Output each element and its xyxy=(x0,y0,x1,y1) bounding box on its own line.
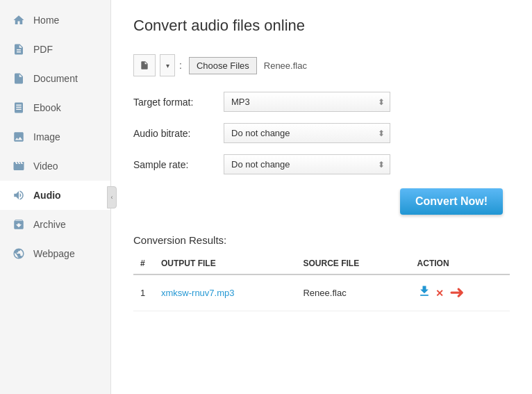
ebook-icon xyxy=(11,100,26,115)
sidebar-label-home: Home xyxy=(33,15,59,26)
output-file-link[interactable]: xmksw-rnuv7.mp3 xyxy=(161,288,234,298)
file-colon: : xyxy=(179,60,182,71)
file-name-display: Renee.flac xyxy=(264,60,307,71)
pdf-icon xyxy=(11,42,26,57)
column-output-file: OUTPUT FILE xyxy=(154,253,296,274)
column-action: ACTION xyxy=(410,253,510,274)
row-action: ✕ ➜ xyxy=(410,274,510,311)
table-header-row: # OUTPUT FILE SOURCE FILE ACTION xyxy=(133,253,510,274)
sidebar-item-webpage[interactable]: Webpage xyxy=(0,239,110,268)
target-format-select-wrapper: MP3 AAC WAV OGG FLAC M4A WMA xyxy=(224,92,390,112)
audio-bitrate-row: Audio bitrate: Do not change 32k 64k 128… xyxy=(133,123,510,143)
sidebar-label-audio: Audio xyxy=(33,190,61,201)
file-dropdown-button[interactable]: ▾ xyxy=(160,54,175,76)
sidebar-label-image: Image xyxy=(33,131,60,142)
red-arrow-indicator: ➜ xyxy=(449,282,465,304)
target-format-select[interactable]: MP3 AAC WAV OGG FLAC M4A WMA xyxy=(224,92,390,112)
audio-icon xyxy=(11,188,26,203)
target-format-row: Target format: MP3 AAC WAV OGG FLAC M4A … xyxy=(133,92,510,112)
document-icon xyxy=(11,71,26,86)
sample-rate-select[interactable]: Do not change 8000 Hz 11025 Hz 22050 Hz … xyxy=(224,154,390,174)
dropdown-arrow-icon: ▾ xyxy=(166,62,169,69)
sidebar-item-video[interactable]: Video xyxy=(0,151,110,181)
row-source-file: Renee.flac xyxy=(296,274,410,311)
webpage-icon xyxy=(11,246,26,261)
sidebar-item-archive[interactable]: Archive xyxy=(0,210,110,239)
collapse-icon: ‹ xyxy=(111,194,113,201)
page-title: Convert audio files online xyxy=(133,17,510,35)
video-icon xyxy=(11,158,26,174)
sidebar: Home PDF Document Ebook Image xyxy=(0,0,111,394)
sidebar-item-home[interactable]: Home xyxy=(0,6,110,35)
audio-bitrate-select-wrapper: Do not change 32k 64k 128k 192k 256k 320… xyxy=(224,123,390,143)
audio-bitrate-label: Audio bitrate: xyxy=(133,128,224,139)
sidebar-label-ebook: Ebook xyxy=(33,102,61,113)
download-icon[interactable] xyxy=(417,284,431,302)
row-output-file: xmksw-rnuv7.mp3 xyxy=(154,274,296,311)
archive-icon xyxy=(11,217,26,232)
sidebar-label-archive: Archive xyxy=(33,219,66,230)
results-table: # OUTPUT FILE SOURCE FILE ACTION 1 xmksw… xyxy=(133,253,510,311)
sidebar-item-image[interactable]: Image xyxy=(0,122,110,151)
file-icon-button[interactable] xyxy=(133,54,156,76)
delete-icon[interactable]: ✕ xyxy=(435,288,444,299)
sidebar-item-document[interactable]: Document xyxy=(0,64,110,93)
sidebar-label-video: Video xyxy=(33,161,58,172)
results-title: Conversion Results: xyxy=(133,234,510,246)
sidebar-label-pdf: PDF xyxy=(33,44,53,55)
image-icon xyxy=(11,129,26,145)
sidebar-item-audio[interactable]: Audio xyxy=(0,181,110,210)
table-row: 1 xmksw-rnuv7.mp3 Renee.flac ✕ ➜ xyxy=(133,274,510,311)
audio-bitrate-select[interactable]: Do not change 32k 64k 128k 192k 256k 320… xyxy=(224,123,390,143)
sidebar-label-document: Document xyxy=(33,73,78,84)
sample-rate-select-wrapper: Do not change 8000 Hz 11025 Hz 22050 Hz … xyxy=(224,154,390,174)
action-cell: ✕ ➜ xyxy=(417,282,503,304)
sample-rate-label: Sample rate: xyxy=(133,159,224,170)
sidebar-label-webpage: Webpage xyxy=(33,248,75,259)
sidebar-item-pdf[interactable]: PDF xyxy=(0,35,110,64)
main-content: Convert audio files online ▾ : Choose Fi… xyxy=(111,0,532,394)
convert-now-button[interactable]: Convert Now! xyxy=(400,188,503,215)
target-format-label: Target format: xyxy=(133,97,224,108)
file-chooser-row: ▾ : Choose Files Renee.flac xyxy=(133,54,510,76)
home-icon xyxy=(11,13,26,28)
column-source-file: SOURCE FILE xyxy=(296,253,410,274)
sidebar-item-ebook[interactable]: Ebook xyxy=(0,93,110,122)
choose-files-button[interactable]: Choose Files xyxy=(189,57,257,74)
convert-button-row: Convert Now! xyxy=(133,188,510,215)
sample-rate-row: Sample rate: Do not change 8000 Hz 11025… xyxy=(133,154,510,174)
column-hash: # xyxy=(133,253,154,274)
sidebar-collapse-button[interactable]: ‹ xyxy=(107,186,117,208)
conversion-results-section: Conversion Results: # OUTPUT FILE SOURCE… xyxy=(133,234,510,311)
row-number: 1 xyxy=(133,274,154,311)
